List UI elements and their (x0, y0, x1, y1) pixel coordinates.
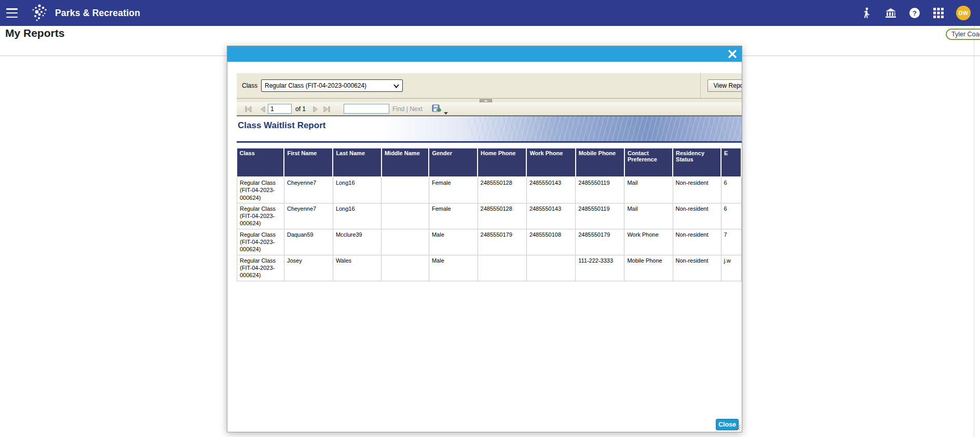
find-next-links: Find | Next (392, 105, 423, 113)
table-cell: Long16 (333, 203, 382, 229)
class-select[interactable]: Regular Class (FIT-04-2023-000624) (261, 79, 403, 92)
table-cell: Cheyenne7 (284, 203, 333, 229)
report-table: ClassFirst NameLast NameMiddle NameGende… (237, 148, 742, 281)
community-bank-icon[interactable] (884, 7, 897, 19)
table-cell: Cheyenne7 (284, 177, 333, 203)
column-header: Home Phone (478, 148, 526, 177)
table-cell: Josey (284, 255, 333, 281)
column-header: Last Name (333, 148, 382, 177)
table-cell (382, 255, 429, 281)
accessibility-person-icon[interactable] (861, 7, 873, 19)
table-cell: Regular Class (FIT-04-2023-000624) (237, 229, 284, 255)
table-cell (478, 255, 526, 281)
column-header: First Name (284, 148, 333, 177)
table-cell: 2485550108 (526, 229, 575, 255)
app-logo-icon (30, 3, 49, 23)
table-cell: Regular Class (FIT-04-2023-000624) (237, 177, 284, 203)
table-cell (382, 177, 429, 203)
table-cell: 2485550143 (526, 177, 575, 203)
column-header: Contact Preference (624, 148, 673, 177)
page-right-edge (974, 26, 974, 437)
close-icon[interactable] (728, 50, 737, 58)
page-title: My Reports (5, 27, 64, 39)
page-count-label: of 1 (295, 105, 306, 113)
resize-grip-icon[interactable] (734, 425, 741, 431)
table-cell: Mail (624, 203, 673, 229)
report-viewer-toolbar: of 1 Find | Next (237, 102, 742, 116)
apps-grid-icon[interactable] (932, 7, 945, 19)
page-number-input[interactable] (268, 104, 292, 114)
table-cell: 2485550128 (478, 203, 526, 229)
table-cell (382, 229, 429, 255)
view-report-button[interactable]: View Report (707, 79, 742, 92)
table-cell: Female (429, 177, 478, 203)
report-parameter-panel: Class Regular Class (FIT-04-2023-000624)… (237, 73, 742, 98)
banner-pattern (468, 116, 743, 141)
chevron-down-icon (393, 84, 399, 88)
table-cell: 7 (721, 229, 741, 255)
table-cell: j.w (721, 255, 741, 281)
hamburger-menu-icon[interactable] (5, 8, 19, 18)
table-cell (526, 255, 575, 281)
table-cell: 2485550179 (576, 229, 624, 255)
parameter-divider (700, 73, 701, 98)
table-cell: Mcclure39 (333, 229, 382, 255)
column-header: Class (237, 148, 284, 177)
table-row: Regular Class (FIT-04-2023-000624)Daquan… (237, 229, 742, 255)
table-cell: Mobile Phone (624, 255, 673, 281)
parameter-splitter (237, 98, 742, 102)
svg-text:?: ? (913, 9, 917, 17)
table-cell: Daquan59 (284, 229, 333, 255)
table-cell: Male (429, 229, 478, 255)
table-row: Regular Class (FIT-04-2023-000624)Cheyen… (237, 177, 742, 203)
table-cell: 2485550179 (478, 229, 526, 255)
table-cell: Non-resident (673, 203, 721, 229)
table-row: Regular Class (FIT-04-2023-000624)Cheyen… (237, 203, 742, 229)
table-cell: 6 (721, 203, 741, 229)
report-dialog: Class Regular Class (FIT-04-2023-000624)… (227, 46, 742, 432)
table-cell (382, 203, 429, 229)
find-next-separator: | (404, 105, 410, 113)
last-page-button[interactable] (322, 105, 331, 113)
first-page-button[interactable] (244, 105, 252, 113)
column-header: Work Phone (526, 148, 575, 177)
table-cell: Wales (333, 255, 382, 281)
column-header: Mobile Phone (576, 148, 624, 177)
table-cell: Non-resident (673, 255, 721, 281)
dialog-title-bar (227, 46, 742, 62)
next-link[interactable]: Next (410, 105, 423, 113)
table-cell: 6 (721, 177, 741, 203)
find-text-input[interactable] (344, 104, 389, 114)
table-cell: Work Phone (624, 229, 673, 255)
previous-page-button[interactable] (258, 105, 267, 113)
report-banner: Class Waitlist Report (237, 116, 742, 143)
table-cell: 2485550143 (526, 203, 575, 229)
table-cell: Regular Class (FIT-04-2023-000624) (237, 255, 284, 281)
table-header-row: ClassFirst NameLast NameMiddle NameGende… (237, 148, 742, 177)
table-cell: Male (429, 255, 478, 281)
column-header: Gender (429, 148, 478, 177)
table-cell: Long16 (333, 177, 382, 203)
table-cell: 2485550128 (478, 177, 526, 203)
find-link[interactable]: Find (392, 105, 404, 113)
table-row: Regular Class (FIT-04-2023-000624)JoseyW… (237, 255, 742, 281)
class-label: Class (242, 82, 257, 89)
help-icon[interactable]: ? (908, 7, 921, 19)
export-save-icon[interactable] (432, 104, 441, 114)
report-title: Class Waitlist Report (238, 120, 325, 131)
column-header: E (721, 148, 741, 177)
user-avatar[interactable]: DW (956, 6, 971, 20)
table-cell: Mail (624, 177, 673, 203)
next-page-button[interactable] (311, 105, 319, 113)
app-title: Parks & Recreation (55, 8, 140, 19)
column-header: Residency Status (673, 148, 721, 177)
table-cell: 2485550119 (576, 203, 624, 229)
splitter-arrow-icon (484, 100, 488, 102)
table-cell: Non-resident (673, 229, 721, 255)
top-navigation-bar: Parks & Recreation ? (0, 0, 980, 26)
column-header: Middle Name (382, 148, 429, 177)
table-cell: 2485550119 (576, 177, 624, 203)
table-cell: Regular Class (FIT-04-2023-000624) (237, 203, 284, 229)
table-cell: 111-222-3333 (576, 255, 624, 281)
table-cell: Non-resident (673, 177, 721, 203)
